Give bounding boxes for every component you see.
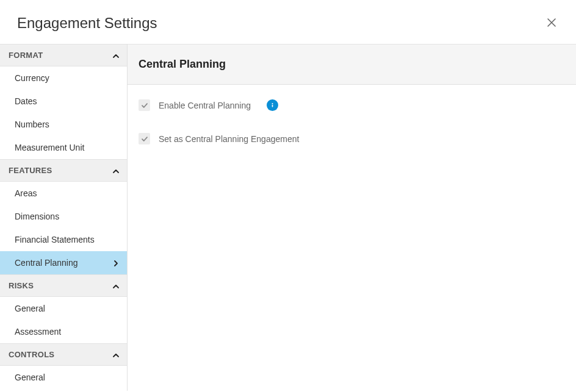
sidebar-item-label: General — [15, 372, 45, 382]
setting-enable-central-planning: Enable Central Planning — [139, 99, 565, 111]
sidebar-item-assessment[interactable]: Assessment — [0, 320, 127, 343]
sidebar-section-label: FORMAT — [9, 51, 43, 60]
sidebar-item-label: General — [15, 304, 45, 313]
chevron-up-icon — [112, 352, 118, 358]
sidebar-section-controls[interactable]: CONTROLS — [0, 343, 127, 366]
sidebar-section-format[interactable]: FORMAT — [0, 44, 127, 66]
sidebar-item-label: Financial Statements — [15, 235, 95, 244]
sidebar-item-label: Dates — [15, 96, 37, 106]
sidebar-item-areas[interactable]: Areas — [0, 182, 127, 205]
sidebar-section-label: RISKS — [9, 281, 34, 290]
dialog-header: Engagement Settings — [0, 0, 576, 44]
sidebar-section-features[interactable]: FEATURES — [0, 159, 127, 182]
sidebar: FORMAT Currency Dates Numbers Measuremen… — [0, 44, 128, 391]
chevron-up-icon — [112, 168, 118, 174]
main-header: Central Planning — [128, 44, 576, 85]
sidebar-item-label: Areas — [15, 188, 37, 198]
sidebar-item-currency[interactable]: Currency — [0, 66, 127, 90]
close-button[interactable] — [544, 15, 559, 32]
sidebar-item-measurement-unit[interactable]: Measurement Unit — [0, 136, 127, 159]
setting-label: Set as Central Planning Engagement — [159, 134, 299, 144]
chevron-right-icon — [112, 260, 118, 266]
main-panel: Central Planning Enable Central Planning — [128, 44, 576, 391]
chevron-up-icon — [112, 52, 118, 59]
sidebar-item-label: Currency — [15, 73, 49, 83]
chevron-up-icon — [112, 283, 118, 289]
sidebar-item-label: Measurement Unit — [15, 143, 84, 152]
setting-label: Enable Central Planning — [159, 101, 251, 110]
checkbox-set-as-central-planning-engagement[interactable] — [139, 133, 150, 144]
sidebar-section-risks[interactable]: RISKS — [0, 274, 127, 297]
check-icon — [141, 135, 148, 143]
sidebar-item-label: Central Planning — [15, 258, 78, 268]
info-icon — [269, 102, 276, 109]
main-title: Central Planning — [139, 58, 565, 71]
sidebar-item-financial-statements[interactable]: Financial Statements — [0, 228, 127, 251]
sidebar-item-dates[interactable]: Dates — [0, 90, 127, 113]
setting-set-as-central-planning-engagement: Set as Central Planning Engagement — [139, 133, 565, 144]
sidebar-item-dimensions[interactable]: Dimensions — [0, 205, 127, 228]
svg-rect-1 — [272, 105, 273, 107]
checkbox-enable-central-planning[interactable] — [139, 99, 150, 111]
svg-point-0 — [272, 103, 273, 104]
close-icon — [547, 16, 556, 30]
dialog-body: FORMAT Currency Dates Numbers Measuremen… — [0, 44, 576, 391]
sidebar-section-label: CONTROLS — [9, 350, 54, 359]
main-content: Enable Central Planning Set — [128, 85, 576, 181]
check-icon — [141, 102, 148, 109]
info-button[interactable] — [267, 99, 278, 111]
sidebar-item-label: Numbers — [15, 119, 49, 129]
sidebar-item-central-planning[interactable]: Central Planning — [0, 251, 127, 274]
sidebar-section-label: FEATURES — [9, 166, 52, 175]
sidebar-item-numbers[interactable]: Numbers — [0, 113, 127, 136]
dialog-title: Engagement Settings — [17, 15, 157, 32]
sidebar-item-risks-general[interactable]: General — [0, 297, 127, 320]
sidebar-item-label: Dimensions — [15, 212, 59, 221]
sidebar-item-label: Assessment — [15, 327, 61, 337]
sidebar-item-controls-general[interactable]: General — [0, 366, 127, 385]
